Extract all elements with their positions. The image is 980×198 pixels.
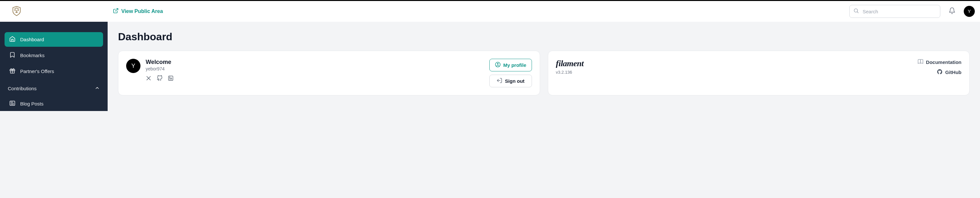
newspaper-icon <box>9 100 16 108</box>
logo-area <box>5 5 108 18</box>
svg-point-16 <box>497 63 498 65</box>
page-title: Dashboard <box>118 31 970 43</box>
github-icon <box>937 69 943 76</box>
sidebar-item-partners-offers[interactable]: Partner's Offers <box>5 64 103 79</box>
button-label: My profile <box>503 62 527 68</box>
user-avatar[interactable]: Y <box>964 6 975 17</box>
linkedin-icon[interactable] <box>168 75 173 82</box>
main-content: Dashboard Y Welcome yebor974 <box>108 22 980 111</box>
user-circle-icon <box>495 62 501 68</box>
view-public-link[interactable]: View Public Area <box>113 8 163 15</box>
my-profile-button[interactable]: My profile <box>489 59 532 71</box>
sidebar-item-bookmarks[interactable]: Bookmarks <box>5 48 103 63</box>
welcome-card: Y Welcome yebor974 <box>118 51 540 95</box>
notifications-button[interactable] <box>945 5 959 18</box>
app-logo[interactable] <box>10 5 23 18</box>
search-input[interactable] <box>849 5 940 18</box>
search-icon <box>853 8 859 15</box>
sign-out-button[interactable]: Sign out <box>489 74 532 87</box>
sidebar-group-label: Contributions <box>8 86 37 91</box>
svg-point-13 <box>169 77 170 78</box>
chevron-up-icon <box>95 86 100 92</box>
sidebar-item-label: Dashboard <box>20 37 44 42</box>
sidebar-item-dashboard[interactable]: Dashboard <box>5 32 103 47</box>
sidebar-item-blog-posts[interactable]: Blog Posts <box>5 97 103 111</box>
gift-icon <box>9 68 16 75</box>
filament-logo: filament <box>556 59 584 68</box>
home-icon <box>9 36 16 43</box>
x-twitter-icon[interactable] <box>146 75 151 82</box>
button-label: Sign out <box>505 78 525 84</box>
sidebar-item-label: Bookmarks <box>20 52 45 58</box>
github-link[interactable]: GitHub <box>937 69 961 76</box>
sidebar-group-contributions[interactable]: Contributions <box>5 82 103 95</box>
github-icon[interactable] <box>157 75 162 82</box>
book-icon <box>918 59 923 66</box>
svg-point-0 <box>14 10 15 10</box>
avatar-letter: Y <box>968 9 970 14</box>
welcome-avatar: Y <box>126 59 140 73</box>
welcome-username: yebor974 <box>146 66 173 71</box>
topbar: View Public Area Y <box>0 1 980 22</box>
filament-version: v3.2.136 <box>556 70 584 74</box>
search-field[interactable] <box>849 5 940 18</box>
link-label: Documentation <box>926 59 961 65</box>
sidebar-item-label: Partner's Offers <box>20 68 54 74</box>
svg-line-4 <box>857 12 858 13</box>
sidebar: Dashboard Bookmarks Partner's Offers <box>0 22 108 111</box>
svg-point-1 <box>18 10 19 10</box>
sidebar-item-label: Blog Posts <box>20 101 44 106</box>
link-label: GitHub <box>945 70 961 75</box>
signout-icon <box>496 78 502 84</box>
external-link-icon <box>113 8 119 15</box>
bell-icon <box>948 7 956 16</box>
welcome-title: Welcome <box>146 59 173 66</box>
bookmark-icon <box>9 52 16 59</box>
view-public-label: View Public Area <box>121 8 163 14</box>
documentation-link[interactable]: Documentation <box>918 59 961 66</box>
filament-card: filament v3.2.136 Documentation <box>548 51 970 95</box>
svg-line-2 <box>115 8 118 11</box>
